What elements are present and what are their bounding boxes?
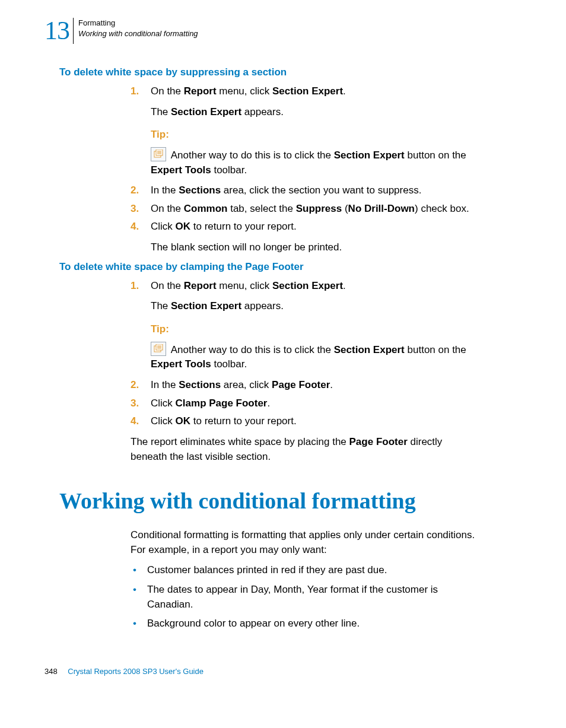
closing-paragraph: The report eliminates white space by pla… xyxy=(131,435,477,464)
step-item: 2. In the Sections area, click Page Foot… xyxy=(131,378,477,393)
step-text: On the Report menu, click Section Expert… xyxy=(151,85,346,97)
procedure-heading-clamp: To delete white space by clamping the Pa… xyxy=(59,261,522,273)
chapter-title: Formatting xyxy=(78,18,198,28)
tip-label: Tip: xyxy=(151,128,477,142)
main-heading: Working with conditional formatting xyxy=(59,488,522,514)
header-text-block: Formatting Working with conditional form… xyxy=(74,18,198,39)
page-footer: 348 Crystal Reports 2008 SP3 User's Guid… xyxy=(44,667,522,676)
step-text: Click OK to return to your report. xyxy=(151,221,297,232)
section-breadcrumb: Working with conditional formatting xyxy=(78,28,198,39)
step-number: 3. xyxy=(131,396,146,411)
step-item: 4. Click OK to return to your report. xyxy=(131,414,477,429)
step-text: On the Common tab, select the Suppress (… xyxy=(151,203,469,214)
tip-label: Tip: xyxy=(151,322,477,337)
step-text: On the Report menu, click Section Expert… xyxy=(151,280,346,291)
step-item: 1. On the Report menu, click Section Exp… xyxy=(131,84,477,177)
step-number: 4. xyxy=(131,414,146,429)
step-number: 3. xyxy=(131,202,146,217)
step-text: Click OK to return to your report. xyxy=(151,415,297,427)
intro-paragraph: Conditional formatting is formatting tha… xyxy=(131,528,477,557)
list-item: The dates to appear in Day, Month, Year … xyxy=(131,583,477,612)
step-result: The blank section will no longer be prin… xyxy=(151,240,477,255)
section-expert-icon xyxy=(151,147,166,161)
step-item: 3. On the Common tab, select the Suppres… xyxy=(131,202,477,217)
step-item: 2. In the Sections area, click the secti… xyxy=(131,183,477,198)
list-item: Customer balances printed in red if they… xyxy=(131,563,477,578)
step-number: 2. xyxy=(131,378,146,393)
step-item: 4. Click OK to return to your report. Th… xyxy=(131,220,477,255)
step-number: 1. xyxy=(131,84,146,99)
section-expert-icon xyxy=(151,342,166,356)
steps-list: 1. On the Report menu, click Section Exp… xyxy=(131,84,477,255)
list-item: Background color to appear on every othe… xyxy=(131,616,477,631)
tip-body: Another way to do this is to click the S… xyxy=(151,343,477,372)
step-number: 2. xyxy=(131,183,146,198)
procedure-heading-suppress: To delete white space by suppressing a s… xyxy=(59,66,522,78)
step-number: 4. xyxy=(131,220,146,234)
step-text: In the Sections area, click Page Footer. xyxy=(151,379,333,390)
step-result: The Section Expert appears. xyxy=(151,105,477,120)
book-title: Crystal Reports 2008 SP3 User's Guide xyxy=(68,667,203,676)
steps-list: 1. On the Report menu, click Section Exp… xyxy=(131,279,477,429)
step-text: In the Sections area, click the section … xyxy=(151,185,421,196)
step-text: Click Clamp Page Footer. xyxy=(151,398,270,409)
chapter-number: 13 xyxy=(44,18,74,44)
tip-body: Another way to do this is to click the S… xyxy=(151,148,477,177)
step-result: The Section Expert appears. xyxy=(151,299,477,314)
step-item: 1. On the Report menu, click Section Exp… xyxy=(131,279,477,372)
page-number: 348 xyxy=(44,667,58,676)
step-number: 1. xyxy=(131,279,146,294)
bullet-list: Customer balances printed in red if they… xyxy=(131,563,477,631)
page-header: 13 Formatting Working with conditional f… xyxy=(44,18,522,44)
step-item: 3. Click Clamp Page Footer. xyxy=(131,396,477,411)
